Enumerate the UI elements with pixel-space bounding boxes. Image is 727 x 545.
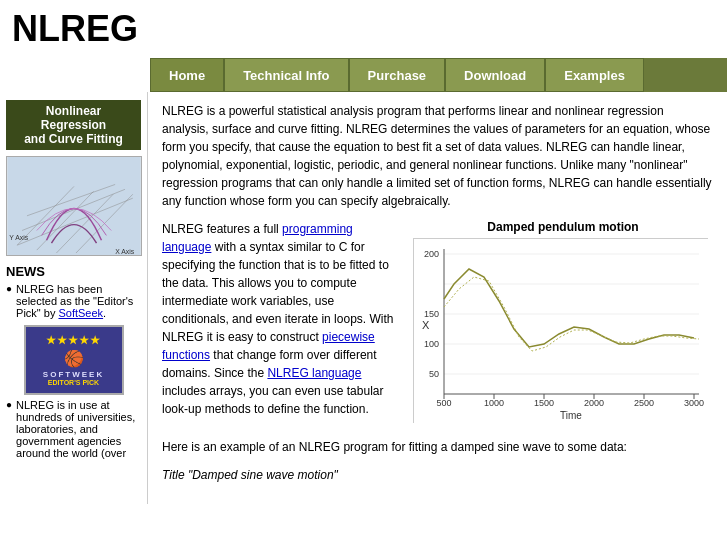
- sidebar: Nonlinear Regressionand Curve Fitting: [0, 92, 148, 504]
- softseek-badge: ★★★★★ 🏀 SOFTWEEK EDITOR'S PICK: [24, 325, 124, 395]
- navbar: Home Technical Info Purchase Download Ex…: [150, 58, 727, 92]
- softseek-link[interactable]: SoftSeek: [58, 307, 103, 319]
- nlreg-language-link[interactable]: NLREG language: [267, 366, 361, 380]
- badge-stars: ★★★★★: [46, 334, 101, 347]
- news-item-1: ● NLREG has been selected as the "Editor…: [6, 283, 141, 319]
- header: NLREG: [0, 0, 727, 58]
- svg-text:50: 50: [429, 369, 439, 379]
- piecewise-functions-link[interactable]: piecewise functions: [162, 330, 375, 362]
- main-layout: Nonlinear Regressionand Curve Fitting: [0, 92, 727, 504]
- example-intro-text: Here is an example of an NLREG program f…: [162, 438, 713, 456]
- svg-text:2000: 2000: [584, 398, 604, 408]
- example-code-line: Title "Damped sine wave motion": [162, 468, 338, 482]
- nav-download[interactable]: Download: [445, 58, 545, 92]
- sidebar-title: Nonlinear Regressionand Curve Fitting: [6, 100, 141, 150]
- bullet-icon-2: ●: [6, 399, 12, 410]
- news-title: NEWS: [6, 264, 141, 279]
- sidebar-chart: Y Axis X Axis: [6, 156, 142, 256]
- svg-text:150: 150: [424, 309, 439, 319]
- chart-title: Damped pendulum motion: [413, 220, 713, 234]
- news-section: NEWS ● NLREG has been selected as the "E…: [6, 264, 141, 459]
- example-code-start: Title "Damped sine wave motion": [162, 466, 713, 484]
- intro-paragraph: NLREG is a powerful statistical analysis…: [162, 102, 713, 210]
- badge-editors-pick: EDITOR'S PICK: [48, 379, 99, 386]
- nav-home[interactable]: Home: [150, 58, 224, 92]
- chart-column: Damped pendulum motion: [413, 220, 713, 428]
- content-area: NLREG is a powerful statistical analysis…: [148, 92, 727, 504]
- news-item-1-text: NLREG has been selected as the "Editor's…: [16, 283, 141, 319]
- site-title: NLREG: [12, 8, 715, 50]
- badge-softweek-label: SOFTWEEK: [43, 370, 104, 379]
- svg-text:2500: 2500: [634, 398, 654, 408]
- svg-text:1500: 1500: [534, 398, 554, 408]
- features-paragraph: NLREG features a full programming langua…: [162, 220, 403, 418]
- news-item-2-text: NLREG is in use at hundreds of universit…: [16, 399, 141, 459]
- svg-text:X: X: [422, 319, 430, 331]
- svg-rect-10: [414, 239, 709, 424]
- nav-purchase[interactable]: Purchase: [349, 58, 446, 92]
- svg-text:3000: 3000: [684, 398, 704, 408]
- nav-technical-info[interactable]: Technical Info: [224, 58, 348, 92]
- svg-text:100: 100: [424, 339, 439, 349]
- features-text-column: NLREG features a full programming langua…: [162, 220, 403, 428]
- bullet-icon: ●: [6, 283, 12, 294]
- svg-text:Time: Time: [560, 410, 582, 421]
- badge-logo-icon: 🏀: [64, 349, 84, 368]
- pendulum-chart: 200 150 100 50 500 1000 1500 2000 2500 3…: [413, 238, 708, 423]
- news-item-2: ● NLREG is in use at hundreds of univers…: [6, 399, 141, 459]
- svg-text:500: 500: [436, 398, 451, 408]
- svg-text:200: 200: [424, 249, 439, 259]
- programming-language-link[interactable]: programming language: [162, 222, 353, 254]
- svg-text:Y Axis: Y Axis: [9, 234, 29, 241]
- svg-text:1000: 1000: [484, 398, 504, 408]
- nav-examples[interactable]: Examples: [545, 58, 644, 92]
- two-column-section: NLREG features a full programming langua…: [162, 220, 713, 428]
- svg-text:X Axis: X Axis: [115, 248, 135, 255]
